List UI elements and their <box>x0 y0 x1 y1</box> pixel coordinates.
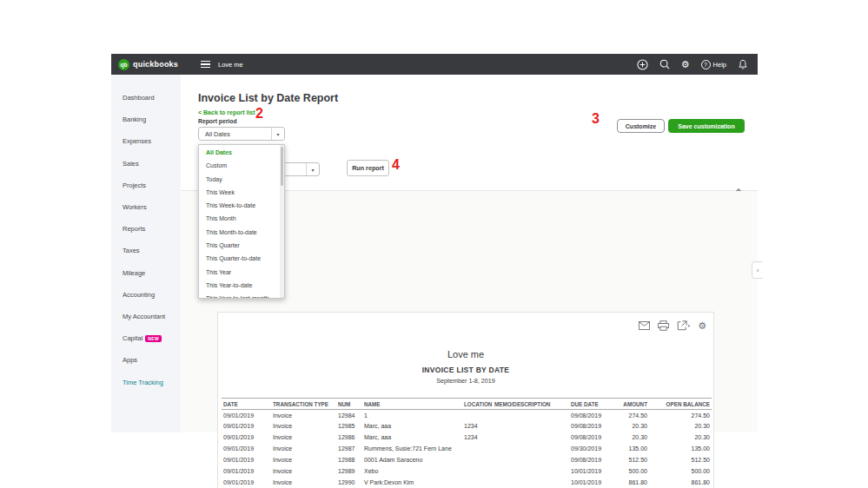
menu-option-custom[interactable]: Custom <box>199 159 279 172</box>
notifications-bell-icon[interactable] <box>738 59 748 70</box>
table-cell: 10/01/2019 <box>569 465 609 477</box>
create-plus-icon[interactable] <box>637 59 648 70</box>
menu-option-this-month-to-date[interactable]: This Month-to-date <box>199 226 279 239</box>
hamburger-menu-icon[interactable] <box>201 61 210 69</box>
table-cell: 09/08/2019 <box>569 454 609 465</box>
table-cell: Invoice <box>271 477 336 488</box>
menu-option-this-week-to-date[interactable]: This Week-to-date <box>199 199 279 212</box>
table-cell: Invoice <box>271 432 336 443</box>
table-row[interactable]: 09/01/2019Invoice12985Marc, aaa123409/08… <box>222 420 712 432</box>
chevron-down-icon: ▾ <box>271 128 284 140</box>
help-label: Help <box>713 61 726 69</box>
sidebar-item-label: Accounting <box>123 291 155 299</box>
table-cell: 12985 <box>336 420 362 432</box>
sidebar-item-label: My Accountant <box>123 313 165 320</box>
table-cell: 1234 <box>462 420 493 432</box>
table-row[interactable]: 09/01/2019Invoice129880001 Adam Saraceno… <box>222 454 712 465</box>
sidebar-item-time-tracking[interactable]: Time Tracking <box>111 371 181 392</box>
sidebar-item-workers[interactable]: Workers <box>111 196 181 218</box>
report-period-value: All Dates <box>199 130 271 138</box>
table-cell <box>493 465 569 477</box>
table-cell: Marc, aaa <box>362 432 462 443</box>
table-cell: 12989 <box>336 465 362 477</box>
table-row[interactable]: 09/01/2019Invoice12986Marc, aaa123409/08… <box>222 432 712 443</box>
sidebar-item-projects[interactable]: Projects <box>111 175 181 196</box>
menu-scrollbar-thumb[interactable] <box>281 147 284 186</box>
report-settings-gear-icon[interactable]: ⚙ <box>698 321 706 331</box>
table-cell: 09/08/2019 <box>569 432 609 443</box>
customize-button[interactable]: Customize <box>617 119 665 133</box>
sidebar-item-banking[interactable]: Banking <box>111 109 181 130</box>
search-icon[interactable] <box>659 59 670 69</box>
sidebar-item-mileage[interactable]: Mileage <box>111 262 181 284</box>
table-cell: 09/01/2019 <box>222 465 271 477</box>
sidebar-item-expenses[interactable]: Expenses <box>111 130 181 152</box>
table-cell <box>493 454 569 465</box>
table-cell: V Park:Devon Kim <box>362 477 462 488</box>
report-period-select[interactable]: All Dates ▾ <box>198 127 285 141</box>
table-cell: Invoice <box>271 410 336 421</box>
menu-option-this-week[interactable]: This Week <box>199 186 279 199</box>
menu-option-this-year-to-date[interactable]: This Year-to-date <box>199 279 279 292</box>
table-cell: 09/01/2019 <box>222 432 271 443</box>
annotation-step-4: 4 <box>392 158 400 172</box>
report-toolbar: ▾ ⚙ <box>639 320 706 331</box>
table-cell: 512.50 <box>609 454 649 465</box>
table-row[interactable]: 09/01/2019Invoice12984109/08/2019274.502… <box>222 410 712 421</box>
annotation-step-2: 2 <box>255 107 263 121</box>
table-cell: 09/01/2019 <box>222 410 271 421</box>
column-header: TRANSACTION TYPE <box>271 399 336 410</box>
sidebar-item-taxes[interactable]: Taxes <box>111 240 181 261</box>
report-title: INVOICE LIST BY DATE <box>218 366 713 374</box>
table-cell <box>493 420 569 432</box>
menu-option-all-dates[interactable]: All Dates <box>199 146 279 159</box>
column-header: OPEN BALANCE <box>649 399 712 410</box>
table-cell: 20.30 <box>649 420 712 432</box>
settings-gear-icon[interactable]: ⚙ <box>681 60 690 69</box>
menu-option-this-year-to-last-month[interactable]: This Year-to-last-month <box>199 292 279 299</box>
menu-scrollbar-track[interactable] <box>280 145 284 298</box>
sidebar-item-capital[interactable]: CapitalNEW <box>111 327 181 349</box>
sidebar-item-reports[interactable]: Reports <box>111 218 181 240</box>
save-customization-button[interactable]: Save customization <box>668 119 745 133</box>
report-card: ▾ ⚙ Love me INVOICE LIST BY DATE Septemb… <box>217 312 714 488</box>
report-period-label: Report period <box>198 118 237 124</box>
question-icon: ? <box>701 60 711 69</box>
sidebar-item-accounting[interactable]: Accounting <box>111 284 181 306</box>
menu-option-this-quarter-to-date[interactable]: This Quarter-to-date <box>199 252 279 265</box>
sidebar-item-label: Workers <box>123 203 147 211</box>
export-icon[interactable]: ▾ <box>677 320 691 331</box>
sidebar-item-dashboard[interactable]: Dashboard <box>111 87 181 109</box>
menu-option-this-year[interactable]: This Year <box>199 266 279 279</box>
table-cell: 0001 Adam Saraceno <box>362 454 462 465</box>
report-company-name: Love me <box>218 349 713 359</box>
table-row[interactable]: 09/01/2019Invoice12990V Park:Devon Kim10… <box>222 477 712 488</box>
table-row[interactable]: 09/01/2019Invoice12987Rummens, Susie:721… <box>222 443 712 454</box>
sidebar-item-label: Reports <box>123 225 145 233</box>
activity-panel-toggle[interactable]: ‹ <box>752 261 763 279</box>
run-report-button[interactable]: Run report <box>347 160 389 176</box>
report-table-body: 09/01/2019Invoice12984109/08/2019274.502… <box>222 410 712 488</box>
table-cell: Invoice <box>271 465 336 477</box>
table-cell: 12988 <box>336 454 362 465</box>
menu-option-this-month[interactable]: This Month <box>199 212 279 225</box>
table-cell: Invoice <box>271 443 336 454</box>
back-link-label: Back to report list <box>203 109 255 115</box>
help-button[interactable]: ? Help <box>701 60 726 69</box>
back-to-report-list-link[interactable]: < Back to report list <box>198 109 255 115</box>
column-header: DATE <box>222 399 271 410</box>
table-row[interactable]: 09/01/2019Invoice12989Xebo10/01/2019500.… <box>222 465 712 477</box>
menu-option-this-quarter[interactable]: This Quarter <box>199 239 279 252</box>
table-cell: 500.00 <box>649 465 712 477</box>
table-cell: 274.50 <box>609 410 649 421</box>
sidebar-item-label: Expenses <box>123 137 151 145</box>
sidebar-item-label: Taxes <box>123 247 140 254</box>
sidebar-item-apps[interactable]: Apps <box>111 349 181 371</box>
sidebar-item-sales[interactable]: Sales <box>111 153 181 175</box>
table-cell: 12984 <box>336 410 362 421</box>
print-icon[interactable] <box>658 320 669 331</box>
menu-option-today[interactable]: Today <box>199 173 279 186</box>
sidebar-item-my-accountant[interactable]: My Accountant <box>111 306 181 327</box>
email-icon[interactable] <box>639 321 650 330</box>
table-cell: 10/01/2019 <box>569 477 609 488</box>
